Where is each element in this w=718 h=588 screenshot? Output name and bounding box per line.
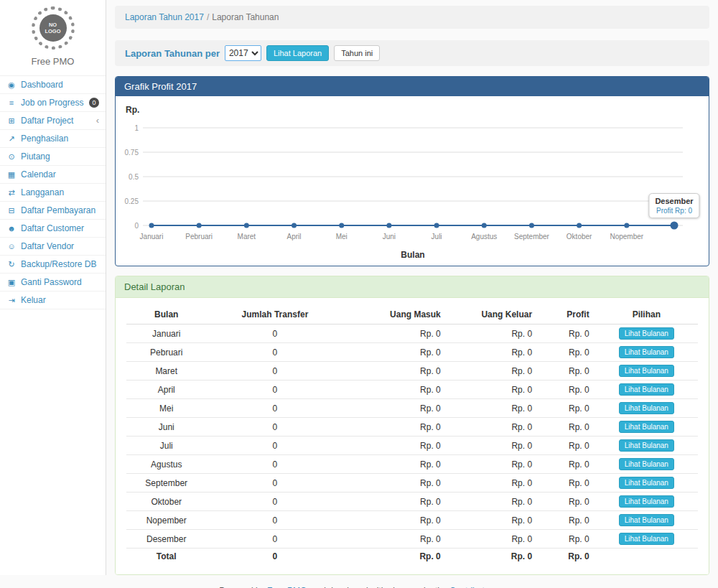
backup-restore-icon: ↻ (6, 260, 17, 269)
x-axis-label: Bulan (143, 250, 683, 260)
sidebar-item-daftar-vendor[interactable]: ☺Daftar Vendor (0, 238, 106, 256)
y-axis-label: Rp. (126, 105, 139, 115)
tasks-icon: ≡ (6, 98, 17, 107)
x-axis-tick: Juli (432, 233, 442, 241)
cell-pilihan: Lihat Bulanan (595, 474, 698, 493)
detail-panel-body: BulanJumlah TransferUang MasukUang Kelua… (116, 298, 709, 574)
sidebar-item-daftar-pembayaran[interactable]: ⊟Daftar Pembayaran (0, 202, 106, 220)
cell-uang-masuk: Rp. 0 (343, 437, 446, 455)
cell-uang-masuk: Rp. 0 (343, 362, 446, 381)
cell-pilihan: Lihat Bulanan (595, 362, 698, 381)
lihat-bulanan-button[interactable]: Lihat Bulanan (619, 533, 674, 545)
lihat-bulanan-button[interactable]: Lihat Bulanan (619, 365, 674, 377)
cell-uang-keluar: Rp. 0 (447, 493, 538, 511)
dashboard-icon: ◉ (6, 80, 17, 90)
sidebar-item-label: Calendar (21, 169, 99, 179)
cell-jumlah-transfer: 0 (206, 437, 343, 455)
money-icon: ⊙ (6, 152, 17, 162)
y-axis-tick: 1 (117, 124, 139, 132)
cell-bulan: Juli (126, 437, 206, 455)
cell-bulan: Pebruari (126, 343, 206, 362)
cell-uang-keluar: Rp. 0 (447, 418, 538, 437)
year-select[interactable]: 2017 (225, 45, 261, 61)
cell-uang-masuk: Rp. 0 (343, 343, 446, 362)
cell-pilihan: Lihat Bulanan (595, 530, 698, 549)
lihat-bulanan-button[interactable]: Lihat Bulanan (619, 477, 674, 489)
x-axis-tick: Agustus (471, 233, 497, 241)
cell-profit: Rp. 0 (538, 474, 595, 493)
x-axis-tick: Maret (238, 233, 256, 241)
lihat-bulanan-button[interactable]: Lihat Bulanan (619, 327, 674, 340)
sidebar-item-job-on-progress[interactable]: ≡Job on Progress0 (0, 94, 106, 112)
cell-jumlah-transfer: 0 (206, 493, 343, 511)
cell-bulan: April (126, 381, 206, 399)
sidebar-item-piutang[interactable]: ⊙Piutang (0, 148, 106, 166)
x-axis-tick: April (287, 233, 302, 241)
lihat-bulanan-button[interactable]: Lihat Bulanan (619, 458, 674, 470)
sidebar-item-label: Daftar Customer (21, 223, 99, 233)
lihat-bulanan-button[interactable]: Lihat Bulanan (619, 514, 674, 526)
sidebar-item-langganan[interactable]: ⇄Langganan (0, 184, 106, 202)
sidebar-item-penghasilan[interactable]: ↗Penghasilan (0, 130, 106, 148)
cell-pilihan: Lihat Bulanan (595, 325, 698, 343)
lihat-bulanan-button[interactable]: Lihat Bulanan (619, 383, 674, 396)
cell-uang-keluar: Rp. 0 (447, 437, 538, 455)
tooltip-value: Profit Rp: 0 (655, 207, 693, 215)
sidebar-item-label: Daftar Project (21, 116, 92, 126)
sidebar-item-label: Keluar (21, 295, 99, 305)
cell-uang-keluar: Rp. 0 (447, 325, 538, 343)
x-axis-tick: Pebruari (185, 233, 213, 241)
sidebar-item-label: Piutang (21, 151, 99, 162)
sidebar-item-label: Daftar Vendor (21, 241, 99, 251)
cell-uang-keluar: Rp. 0 (447, 530, 538, 549)
sidebar-item-dashboard[interactable]: ◉Dashboard (0, 76, 106, 94)
chart-panel-title: Grafik Profit 2017 (116, 77, 709, 96)
sidebar-item-label: Ganti Password (21, 277, 99, 287)
column-header-bulan: Bulan (126, 305, 206, 325)
cell-pilihan: Lihat Bulanan (595, 511, 698, 530)
tahun-ini-button[interactable]: Tahun ini (334, 45, 380, 61)
x-axis-tick: Januari (140, 233, 164, 241)
cell-pilihan: Lihat Bulanan (595, 399, 698, 418)
cell-pilihan: Lihat Bulanan (595, 381, 698, 399)
profit-chart-svg (143, 128, 683, 225)
profit-chart-panel: Grafik Profit 2017 Rp. Bulan Desember Pr… (115, 76, 709, 266)
lihat-laporan-button[interactable]: Lihat Laporan (266, 45, 329, 61)
table-total-row: Total0Rp. 0Rp. 0Rp. 0 (126, 549, 698, 565)
sidebar-item-ganti-password[interactable]: ▣Ganti Password (0, 274, 106, 291)
lihat-bulanan-button[interactable]: Lihat Bulanan (619, 346, 674, 358)
cell-profit: Rp. 0 (538, 437, 595, 455)
sidebar-item-calendar[interactable]: ▦Calendar (0, 166, 106, 184)
cell-profit: Rp. 0 (538, 530, 595, 549)
table-row: Nopember0Rp. 0Rp. 0Rp. 0Lihat Bulanan (126, 511, 698, 530)
cell-uang-keluar: Rp. 0 (447, 474, 538, 493)
sidebar-item-daftar-customer[interactable]: ☻Daftar Customer (0, 220, 106, 238)
cell-profit: Rp. 0 (538, 381, 595, 399)
sidebar-item-backup-restore-db[interactable]: ↻Backup/Restore DB (0, 256, 106, 274)
lihat-bulanan-button[interactable]: Lihat Bulanan (619, 495, 674, 508)
cell-jumlah-transfer: 0 (206, 474, 343, 493)
cell-profit: Rp. 0 (538, 549, 595, 565)
cell-bulan: Total (126, 549, 206, 565)
table-row: Juli0Rp. 0Rp. 0Rp. 0Lihat Bulanan (126, 437, 698, 455)
cell-jumlah-transfer: 0 (206, 362, 343, 381)
y-axis-tick: 0.75 (117, 149, 139, 157)
y-axis-tick: 0.5 (117, 173, 139, 181)
sidebar-item-label: Dashboard (21, 80, 99, 90)
lihat-bulanan-button[interactable]: Lihat Bulanan (619, 402, 674, 414)
page-footer: Powered by Free PMO, and developed with … (0, 575, 718, 588)
breadcrumb-separator: / (207, 12, 209, 22)
breadcrumb-link[interactable]: Laporan Tahun 2017 (125, 12, 204, 22)
cell-jumlah-transfer: 0 (206, 325, 343, 343)
table-row: Maret0Rp. 0Rp. 0Rp. 0Lihat Bulanan (126, 362, 698, 381)
cell-uang-masuk: Rp. 0 (343, 474, 446, 493)
cell-uang-keluar: Rp. 0 (447, 455, 538, 474)
cell-uang-keluar: Rp. 0 (447, 381, 538, 399)
tooltip-title: Desember (655, 197, 693, 205)
sidebar-item-daftar-project[interactable]: ⊞Daftar Project‹ (0, 112, 106, 130)
lihat-bulanan-button[interactable]: Lihat Bulanan (619, 421, 674, 433)
lihat-bulanan-button[interactable]: Lihat Bulanan (619, 439, 674, 452)
customers-icon: ☻ (6, 224, 17, 233)
sidebar-item-keluar[interactable]: ⇥Keluar (0, 291, 106, 309)
count-badge: 0 (89, 98, 99, 108)
